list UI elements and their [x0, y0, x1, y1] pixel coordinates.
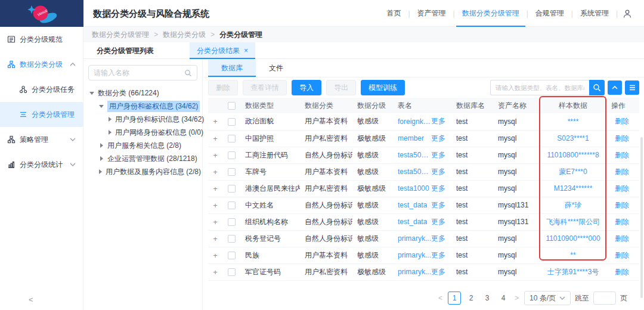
scrollbar[interactable] — [640, 137, 643, 298]
topnav-item-3[interactable]: 合规管理 — [530, 0, 570, 27]
tab-close-icon[interactable]: × — [244, 46, 248, 55]
more-link[interactable]: 更多 — [431, 167, 451, 177]
page-number-2[interactable]: 2 — [465, 294, 477, 302]
tab-1[interactable]: 分类分级结果× — [190, 42, 255, 59]
table-name-link[interactable]: foreignke... — [398, 117, 431, 126]
subtab-0[interactable]: 数据库 — [208, 60, 256, 77]
prev-page-button[interactable]: < — [437, 294, 444, 302]
tree-caret[interactable] — [99, 105, 104, 108]
tree-node-5[interactable]: 企业运营管理数据 (28/1218) — [88, 152, 197, 165]
expand-row-icon[interactable]: + — [213, 251, 218, 260]
delete-row-link[interactable]: 删除 — [615, 251, 629, 259]
tree-node-0[interactable]: 数据分类 (66/1224) — [88, 86, 197, 100]
expand-row-icon[interactable]: + — [213, 184, 218, 193]
expand-row-icon[interactable]: + — [213, 218, 218, 227]
toolbar-button-2[interactable]: 导入 — [292, 80, 321, 95]
row-checkbox[interactable] — [228, 218, 236, 226]
expand-row-icon[interactable]: + — [213, 117, 218, 126]
more-link[interactable]: 更多 — [431, 116, 451, 126]
tree-node-4[interactable]: 用户服务相关信息 (2/8) — [88, 139, 197, 152]
expand-row-icon[interactable]: + — [213, 268, 218, 277]
tree-caret[interactable] — [99, 156, 104, 161]
delete-row-link[interactable]: 删除 — [615, 117, 629, 125]
tree-node-2[interactable]: 用户身份和标识信息 (34/62) — [88, 113, 197, 126]
topnav-item-2[interactable]: 数据分类分级管理 — [456, 0, 525, 27]
row-checkbox[interactable] — [228, 151, 236, 159]
more-link[interactable]: 更多 — [431, 217, 451, 227]
more-link[interactable]: 更多 — [431, 250, 451, 261]
row-checkbox[interactable] — [228, 202, 236, 209]
tree-node-3[interactable]: 用户网络身份鉴权信息 (0/0) — [88, 126, 197, 139]
sample-data-link[interactable]: 飞海科****限公司 — [546, 218, 600, 226]
delete-row-link[interactable]: 删除 — [615, 151, 629, 159]
sample-data-link[interactable]: S023****1 — [557, 134, 589, 142]
sample-data-link[interactable]: 11010800******8 — [547, 151, 599, 159]
search-button[interactable] — [589, 80, 605, 95]
sample-data-link[interactable]: M1234****** — [554, 184, 593, 193]
topnav-item-0[interactable]: 首页 — [380, 0, 407, 27]
delete-row-link[interactable]: 删除 — [615, 184, 629, 193]
table-name-link[interactable]: member — [398, 134, 424, 142]
page-number-1[interactable]: 1 — [448, 292, 461, 305]
sidebar-item-1[interactable]: 数据分类分级 — [0, 52, 83, 77]
more-link[interactable]: 更多 — [431, 234, 451, 244]
tree-caret[interactable] — [109, 130, 112, 135]
toolbar-button-1[interactable]: 查看详情 — [243, 80, 287, 95]
sidebar-item-0[interactable]: 分类分级规范 — [0, 27, 83, 52]
expand-row-icon[interactable]: + — [213, 201, 218, 210]
delete-row-link[interactable]: 删除 — [615, 168, 629, 176]
delete-row-link[interactable]: 删除 — [615, 218, 629, 226]
delete-row-link[interactable]: 删除 — [615, 234, 629, 243]
delete-row-link[interactable]: 删除 — [615, 268, 629, 276]
toolbar-button-3[interactable]: 导出 — [326, 80, 356, 95]
sample-data-link[interactable]: 薛*珍 — [565, 201, 582, 209]
sample-data-link[interactable]: **** — [568, 117, 579, 126]
expand-row-icon[interactable]: + — [213, 151, 218, 160]
breadcrumb-item-0[interactable]: 数据分类分级管理 — [92, 30, 149, 40]
jump-page-input[interactable] — [593, 292, 616, 305]
sample-data-link[interactable]: 士字第91****3号 — [547, 268, 599, 276]
sidebar-collapse-button[interactable]: < — [29, 295, 33, 304]
tree-search-input[interactable] — [94, 69, 184, 77]
table-name-link[interactable]: test_data — [398, 201, 427, 209]
sidebar-item-5[interactable]: 分类分级统计 — [0, 152, 83, 177]
tab-0[interactable]: 分类分级管理列表 — [89, 42, 190, 59]
sidebar-item-3[interactable]: 分类分级管理 — [0, 102, 83, 127]
table-name-link[interactable]: testa50000 — [398, 151, 431, 159]
page-number-3[interactable]: 3 — [481, 294, 493, 302]
expand-row-icon[interactable]: + — [213, 168, 218, 176]
delete-row-link[interactable]: 删除 — [615, 134, 629, 142]
table-name-link[interactable]: primaryk... — [398, 234, 431, 243]
topnav-item-1[interactable]: 资产管理 — [411, 0, 452, 27]
expand-row-icon[interactable]: + — [213, 134, 218, 143]
next-page-button[interactable]: > — [513, 294, 520, 302]
row-checkbox[interactable] — [228, 268, 236, 276]
sidebar-item-4[interactable]: 策略管理 — [0, 127, 83, 152]
table-search-input[interactable] — [490, 80, 589, 95]
more-link[interactable]: 更多 — [431, 267, 451, 277]
sample-data-link[interactable]: 蒙E7***0 — [559, 168, 587, 176]
row-checkbox[interactable] — [228, 168, 236, 176]
breadcrumb-item-1[interactable]: 数据分类分级 — [163, 30, 206, 40]
search-icon[interactable] — [184, 69, 192, 77]
row-checkbox[interactable] — [228, 252, 236, 259]
table-name-link[interactable]: testa50000 — [398, 168, 431, 176]
row-checkbox[interactable] — [228, 185, 236, 193]
tree-caret[interactable] — [109, 117, 112, 122]
expand-row-icon[interactable]: + — [213, 234, 218, 243]
page-size-select[interactable]: 10 条/页 — [524, 291, 571, 305]
more-link[interactable]: 更多 — [431, 184, 451, 194]
row-checkbox[interactable] — [228, 135, 236, 142]
topnav-item-4[interactable]: 系统管理 — [574, 0, 615, 27]
collapse-search-button[interactable] — [608, 80, 622, 95]
sidebar-item-2[interactable]: 分类分级任务 — [0, 77, 83, 102]
toolbar-button-4[interactable]: 模型训练 — [361, 80, 405, 95]
table-name-link[interactable]: testa1000 — [398, 184, 429, 193]
table-name-link[interactable]: test_data — [398, 218, 427, 226]
more-link[interactable]: 更多 — [431, 150, 451, 160]
row-checkbox[interactable] — [228, 235, 236, 243]
toolbar-button-0[interactable]: 删除 — [208, 80, 238, 95]
user-menu[interactable] — [619, 9, 636, 18]
column-settings-button[interactable] — [625, 80, 639, 95]
row-checkbox[interactable] — [228, 118, 236, 126]
